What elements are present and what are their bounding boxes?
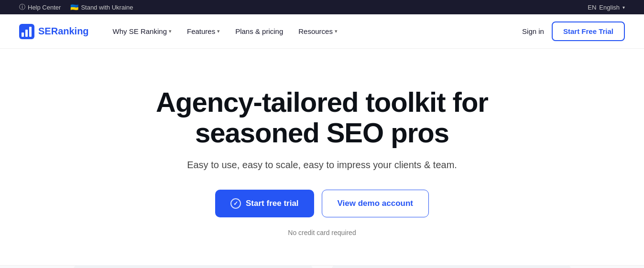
logo-se: SE bbox=[38, 26, 51, 36]
nav-why[interactable]: Why SE Ranking ▾ bbox=[106, 23, 178, 39]
nav-links: Why SE Ranking ▾ Features ▾ Plans & pric… bbox=[106, 23, 522, 39]
chevron-resources-icon: ▾ bbox=[335, 28, 338, 34]
svg-rect-2 bbox=[25, 30, 28, 37]
start-free-trial-label: Start free trial bbox=[246, 199, 299, 208]
logo-icon bbox=[19, 24, 34, 39]
check-circle-icon: ✓ bbox=[230, 198, 241, 209]
chevron-why-icon: ▾ bbox=[169, 28, 172, 34]
help-icon: ⓘ bbox=[19, 3, 25, 11]
start-free-trial-button[interactable]: ✓ Start free trial bbox=[215, 190, 314, 217]
why-label: Why SE Ranking bbox=[113, 27, 167, 35]
nav-plans[interactable]: Plans & pricing bbox=[229, 23, 290, 39]
help-center-link[interactable]: ⓘ Help Center bbox=[19, 3, 61, 11]
hero-buttons: ✓ Start free trial View demo account bbox=[215, 190, 429, 217]
ukraine-label: Stand with Ukraine bbox=[81, 4, 133, 11]
resources-label: Resources bbox=[298, 27, 333, 35]
ukraine-link[interactable]: 🇺🇦 Stand with Ukraine bbox=[70, 3, 133, 11]
nav-right: Sign in Start Free Trial bbox=[522, 21, 625, 41]
logo-link[interactable]: SERanking bbox=[19, 24, 89, 39]
language-selector[interactable]: EN English ▾ bbox=[588, 4, 625, 11]
bottom-strip bbox=[0, 265, 644, 268]
svg-rect-1 bbox=[22, 32, 24, 37]
logo-ranking: Ranking bbox=[51, 26, 89, 36]
language-code: EN bbox=[588, 4, 596, 11]
language-label: English bbox=[599, 4, 620, 11]
hero-section: Agency-tailored toolkit for seasoned SEO… bbox=[0, 49, 644, 265]
svg-rect-3 bbox=[29, 27, 32, 37]
ukraine-flag-icon: 🇺🇦 bbox=[70, 3, 78, 11]
nav-resources[interactable]: Resources ▾ bbox=[292, 23, 344, 39]
chevron-down-icon: ▾ bbox=[622, 5, 625, 10]
bottom-card-2 bbox=[332, 265, 571, 268]
chevron-features-icon: ▾ bbox=[217, 28, 220, 34]
navbar: SERanking Why SE Ranking ▾ Features ▾ Pl… bbox=[0, 14, 644, 49]
view-demo-button[interactable]: View demo account bbox=[322, 190, 429, 217]
logo-text: SERanking bbox=[38, 26, 89, 37]
nav-features[interactable]: Features ▾ bbox=[180, 23, 227, 39]
features-label: Features bbox=[187, 27, 215, 35]
start-trial-button[interactable]: Start Free Trial bbox=[552, 21, 625, 41]
hero-subtitle: Easy to use, easy to scale, easy to impr… bbox=[187, 160, 457, 171]
sign-in-link[interactable]: Sign in bbox=[522, 27, 544, 35]
top-bar-left: ⓘ Help Center 🇺🇦 Stand with Ukraine bbox=[19, 3, 133, 11]
hero-title: Agency-tailored toolkit for seasoned SEO… bbox=[107, 87, 537, 148]
top-bar: ⓘ Help Center 🇺🇦 Stand with Ukraine EN E… bbox=[0, 0, 644, 14]
bottom-card-1 bbox=[74, 265, 313, 268]
plans-label: Plans & pricing bbox=[235, 27, 283, 35]
no-credit-card-label: No credit card required bbox=[288, 229, 356, 236]
help-center-label: Help Center bbox=[28, 4, 61, 11]
